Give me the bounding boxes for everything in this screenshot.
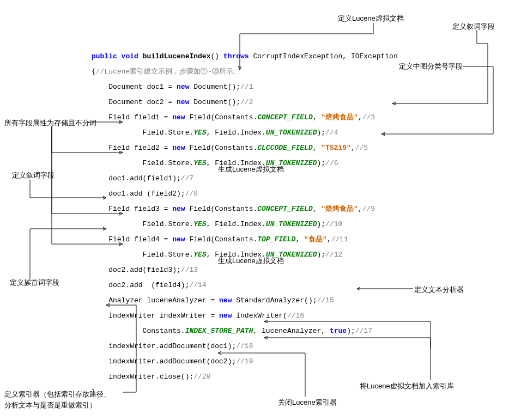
anno-define-concept-field-2: 定义叙词字段 — [12, 171, 54, 180]
code-close-brace: } — [92, 385, 398, 400]
code-line-8: doc1.add (field2);//8 — [92, 186, 398, 202]
code-line-17: Constants.INDEX_STORE_PATH, luceneAnalyz… — [92, 324, 398, 339]
code-line-15: Analyzer luceneAnalyzer = new StandardAn… — [92, 293, 398, 308]
code-line-5: Field field2 = new Field(Constants.CLCCO… — [92, 141, 398, 156]
code-signature: public void buildLuceneIndex() throws Co… — [92, 49, 398, 64]
code-line-9: Field field3 = new Field(Constants.CONCE… — [92, 202, 398, 217]
code-line-4: Field.Store.YES, Field.Index.UN_TOKENIZE… — [92, 125, 398, 141]
code-line-14: doc2.add (field4);//14 — [92, 278, 398, 293]
code-line-10: Field.Store.YES, Field.Index.UN_TOKENIZE… — [92, 217, 398, 232]
code-line-18: indexWriter.addDocument(doc1);//18 — [92, 339, 398, 354]
code-line-7: doc1.add(field1);//7 — [92, 171, 398, 186]
code-line-11: Field field4 = new Field(Constants.TOP_F… — [92, 232, 398, 247]
code-block: public void buildLuceneIndex() throws Co… — [92, 49, 398, 400]
code-line-19: indexWriter.addDocument(doc2);//19 — [92, 354, 398, 369]
code-line-12: Field.Store.YES, Field.Index.UN_TOKENIZE… — [92, 247, 398, 263]
code-open-brace: {//Lucene索引建立示例，步骤如①-⑳所示。 — [92, 64, 398, 80]
anno-define-clccode-field: 定义中图分类号字段 — [399, 62, 463, 71]
code-line-2: Document doc2 = new Document();//2 — [92, 95, 398, 110]
code-line-16: IndexWriter indexWriter = new IndexWrite… — [92, 308, 398, 324]
anno-define-analyzer: 定义文本分析器 — [414, 285, 464, 295]
anno-define-indexer-2: 分析文本与是否是重做索引） — [4, 400, 96, 410]
code-line-6: Field.Store.YES, Field.Index.UN_TOKENIZE… — [92, 156, 398, 171]
anno-define-top-field: 定义族首词字段 — [10, 278, 59, 288]
figure: 定义Lucene虚拟文档 定义叙词字段 定义中图分类号字段 所有字段属性为存储且… — [0, 0, 515, 420]
code-line-13: doc2.add(field3);//13 — [92, 263, 398, 278]
code-line-20: indexWriter.close();//20 — [92, 369, 398, 385]
anno-store-not-tokenized: 所有字段属性为存储且不分词 — [4, 118, 96, 128]
code-line-3: Field field1 = new Field(Constants.CONCE… — [92, 110, 398, 125]
anno-define-lucene-doc: 定义Lucene虚拟文档 — [338, 14, 404, 23]
code-line-1: Document doc1 = new Document();//1 — [92, 80, 398, 95]
anno-define-concept-field: 定义叙词字段 — [452, 22, 495, 32]
